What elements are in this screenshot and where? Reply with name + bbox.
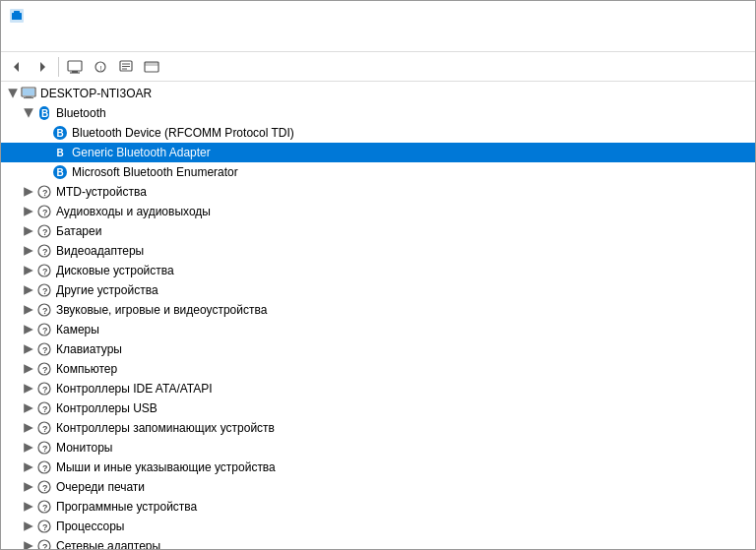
svg-text:?: ?: [42, 503, 48, 513]
tree-item-printers[interactable]: ?Очереди печати: [1, 477, 755, 497]
tree-item-disk[interactable]: ?Дисковые устройства: [1, 261, 755, 280]
expand-icon-software[interactable]: [21, 499, 36, 515]
expand-icon-audio[interactable]: [21, 204, 36, 219]
item-icon-bt-device1: B: [52, 125, 68, 141]
tree-item-computer2[interactable]: ?Компьютер: [1, 359, 755, 379]
item-label-cpu: Процессоры: [56, 519, 125, 533]
svg-text:?: ?: [42, 345, 48, 355]
svg-text:B: B: [57, 128, 64, 139]
tree-item-sound[interactable]: ?Звуковые, игровые и видеоустройства: [1, 300, 755, 320]
item-icon-computer2: ?: [36, 361, 52, 377]
tree-item-bt-device2[interactable]: BGeneric Bluetooth Adapter: [1, 143, 755, 162]
tree-item-mice[interactable]: ?Мыши и иные указывающие устройства: [1, 458, 755, 477]
item-label-audio: Аудиовходы и аудиовыходы: [56, 205, 211, 218]
menu-help[interactable]: [52, 39, 68, 43]
expand-icon-display[interactable]: [21, 243, 36, 259]
item-label-disk: Дисковые устройства: [56, 264, 174, 277]
tree-item-keyboards[interactable]: ?Клавиатуры: [1, 339, 755, 359]
tree-item-usb[interactable]: ?Контроллеры USB: [1, 398, 755, 418]
back-button[interactable]: [5, 55, 29, 79]
svg-text:?: ?: [42, 208, 48, 217]
menu-view[interactable]: [36, 39, 52, 43]
item-icon-other: ?: [36, 282, 52, 298]
show-hidden-button[interactable]: [140, 55, 163, 79]
tree-item-network[interactable]: ?Сетевые адаптеры: [1, 536, 755, 549]
tree-item-bt-device1[interactable]: BBluetooth Device (RFCOMM Protocol TDI): [1, 123, 755, 143]
svg-text:?: ?: [42, 227, 48, 237]
expand-icon-monitors[interactable]: [21, 440, 36, 456]
maximize-button[interactable]: [657, 1, 702, 31]
minimize-button[interactable]: [611, 1, 657, 31]
expand-icon-cameras[interactable]: [21, 322, 36, 337]
menu-file[interactable]: [5, 39, 21, 43]
svg-text:?: ?: [42, 326, 48, 336]
item-icon-disk: ?: [36, 263, 52, 278]
window-icon: [9, 8, 25, 24]
svg-marker-4: [40, 62, 45, 72]
svg-text:?: ?: [42, 385, 48, 395]
tree-item-bluetooth[interactable]: BBluetooth: [1, 103, 755, 123]
item-icon-cameras: ?: [36, 322, 52, 337]
tree-item-storage[interactable]: ?Контроллеры запоминающих устройств: [1, 418, 755, 438]
item-label-battery: Батареи: [56, 224, 101, 238]
close-button[interactable]: [702, 1, 747, 31]
svg-marker-16: [8, 89, 18, 98]
item-icon-mice: ?: [36, 459, 52, 475]
tree-item-audio[interactable]: ?Аудиовходы и аудиовыходы: [1, 202, 755, 221]
tree-item-cameras[interactable]: ?Камеры: [1, 320, 755, 339]
tree-item-mtd[interactable]: ?MTD-устройства: [1, 182, 755, 202]
properties-button[interactable]: !: [89, 55, 112, 79]
svg-marker-60: [24, 384, 33, 394]
item-icon-mtd: ?: [36, 184, 52, 200]
item-icon-network: ?: [36, 538, 52, 549]
expand-icon-computer2[interactable]: [21, 361, 36, 377]
item-icon-bt-device2: B: [52, 145, 68, 160]
svg-rect-1: [12, 13, 22, 20]
item-icon-cpu: ?: [36, 519, 52, 534]
svg-marker-63: [24, 403, 33, 413]
svg-marker-78: [24, 502, 33, 512]
expand-icon-disk[interactable]: [21, 263, 36, 278]
expand-icon-usb[interactable]: [21, 400, 36, 416]
item-label-cameras: Камеры: [56, 323, 99, 336]
expand-icon-mtd[interactable]: [21, 184, 36, 200]
item-label-printers: Очереди печати: [56, 480, 145, 494]
computer-button[interactable]: [63, 55, 87, 79]
expand-icon-ide[interactable]: [21, 381, 36, 397]
expand-icon-keyboards[interactable]: [21, 341, 36, 357]
tree-item-cpu[interactable]: ?Процессоры: [1, 517, 755, 536]
expand-icon-sound[interactable]: [21, 302, 36, 318]
expand-icon-mice[interactable]: [21, 459, 36, 475]
item-icon-ide: ?: [36, 381, 52, 397]
tree-item-bt-device3[interactable]: BMicrosoft Bluetooth Enumerator: [1, 162, 755, 182]
tree-item-other[interactable]: ?Другие устройства: [1, 280, 755, 300]
tree-item-battery[interactable]: ?Батареи: [1, 221, 755, 241]
tree-item-computer[interactable]: DESKTOP-NTI3OAR: [1, 84, 755, 103]
expand-icon-computer[interactable]: [5, 86, 21, 101]
svg-text:!: !: [100, 63, 102, 72]
expand-icon-storage[interactable]: [21, 420, 36, 436]
svg-text:?: ?: [42, 522, 48, 532]
tree-item-monitors[interactable]: ?Мониторы: [1, 438, 755, 458]
expand-icon-bluetooth[interactable]: [21, 105, 36, 121]
device-tree[interactable]: DESKTOP-NTI3OARBBluetoothBBluetooth Devi…: [1, 82, 755, 549]
svg-marker-36: [24, 226, 33, 236]
expand-icon-cpu[interactable]: [21, 519, 36, 534]
svg-marker-3: [14, 62, 19, 72]
tree-item-ide[interactable]: ?Контроллеры IDE ATA/ATAPI: [1, 379, 755, 398]
svg-rect-20: [23, 89, 34, 95]
item-label-computer2: Компьютер: [56, 362, 117, 376]
forward-button[interactable]: [31, 55, 54, 79]
expand-icon-battery[interactable]: [21, 223, 36, 239]
tree-item-software[interactable]: ?Программные устройства: [1, 497, 755, 517]
menu-action[interactable]: [21, 39, 36, 43]
toolbar: !: [1, 52, 755, 82]
expand-icon-other[interactable]: [21, 282, 36, 298]
item-label-mtd: MTD-устройства: [56, 185, 147, 199]
item-label-storage: Контроллеры запоминающих устройств: [56, 421, 275, 435]
update-driver-button[interactable]: [114, 55, 138, 79]
expand-icon-network[interactable]: [21, 538, 36, 549]
svg-text:?: ?: [42, 444, 48, 454]
expand-icon-printers[interactable]: [21, 479, 36, 495]
tree-item-display[interactable]: ?Видеоадаптеры: [1, 241, 755, 261]
